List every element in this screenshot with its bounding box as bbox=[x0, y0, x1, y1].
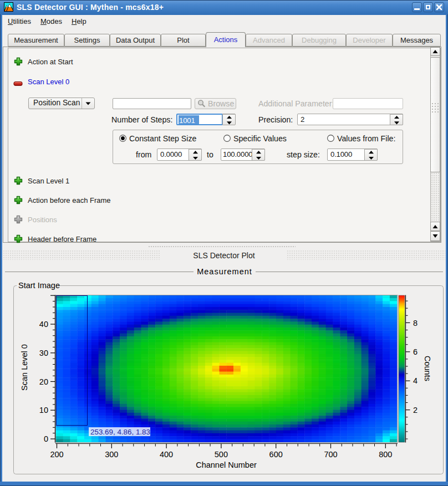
svg-text:2: 2 bbox=[413, 406, 418, 415]
svg-text:40: 40 bbox=[39, 320, 48, 329]
svg-text:500: 500 bbox=[215, 450, 228, 459]
svg-text:Counts: Counts bbox=[423, 356, 432, 381]
svg-text:300: 300 bbox=[105, 450, 118, 459]
svg-text:700: 700 bbox=[324, 450, 337, 459]
svg-text:600: 600 bbox=[269, 450, 283, 459]
svg-text:Start Image: Start Image bbox=[18, 281, 60, 290]
svg-text:10: 10 bbox=[39, 406, 48, 415]
svg-text:20: 20 bbox=[39, 377, 48, 386]
svg-text:Measurement: Measurement bbox=[197, 267, 252, 276]
svg-text:800: 800 bbox=[379, 450, 392, 459]
svg-text:400: 400 bbox=[160, 450, 173, 459]
svg-text:200: 200 bbox=[50, 450, 63, 459]
svg-text:8: 8 bbox=[413, 319, 418, 328]
svg-text:30: 30 bbox=[39, 349, 48, 357]
svg-text:0: 0 bbox=[44, 434, 48, 443]
svg-text:Scan Level 0: Scan Level 0 bbox=[20, 344, 29, 391]
svg-text:253.69, 4.86, 1.83: 253.69, 4.86, 1.83 bbox=[90, 428, 150, 436]
svg-text:4: 4 bbox=[413, 376, 418, 385]
svg-text:Channel Number: Channel Number bbox=[196, 461, 257, 469]
svg-text:6: 6 bbox=[413, 347, 418, 356]
